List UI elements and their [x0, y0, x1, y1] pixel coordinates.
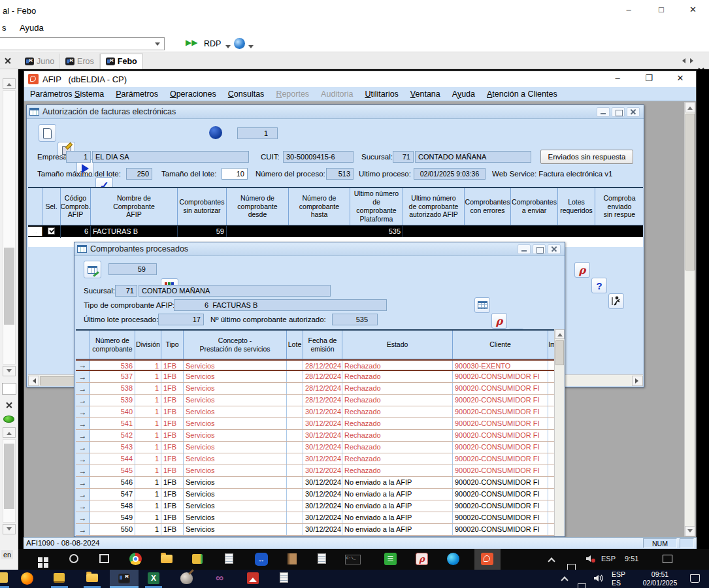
chrome-icon[interactable] — [129, 553, 142, 565]
tray-chevron-icon[interactable] — [548, 557, 555, 564]
active-app-slab[interactable] — [474, 549, 501, 570]
info-icon[interactable] — [209, 126, 222, 139]
task-view-icon[interactable] — [99, 554, 109, 563]
gimp-icon[interactable] — [180, 572, 193, 584]
help-button[interactable] — [591, 278, 607, 293]
rdp-protocol-label[interactable]: RDP — [204, 39, 221, 48]
scrollbar-thumb[interactable] — [555, 340, 564, 365]
lote-max-field[interactable]: 250 — [126, 168, 152, 180]
edge-icon[interactable] — [447, 553, 459, 565]
menu-utilitarios[interactable]: Utilitarios — [359, 88, 404, 100]
scroll-left-button[interactable] — [28, 376, 39, 386]
menu-parámetros-sistema[interactable]: Parámetros Sistema — [24, 88, 110, 100]
search-icon[interactable] — [69, 554, 78, 563]
close-button[interactable] — [548, 244, 561, 254]
cmd-icon[interactable]: C:\_ — [345, 555, 361, 564]
tipo-comprobante-field[interactable]: 6 FACTURAS B — [174, 299, 387, 311]
close-button[interactable] — [627, 107, 640, 117]
menu-operaciones[interactable]: Operaciones — [164, 88, 222, 100]
scrollbar-thumb[interactable] — [685, 114, 695, 270]
rail-input[interactable] — [2, 383, 16, 395]
scroll-up-button[interactable] — [3, 427, 16, 438]
process-counter-field[interactable]: 1 — [237, 127, 278, 139]
table-row[interactable]: 53611FBServicios28/12/2024Rechazado90003… — [76, 359, 554, 371]
table-row[interactable]: 53711FBServicios28/12/2024Rechazado90002… — [76, 371, 554, 383]
empresa-num-field[interactable]: 1 — [66, 151, 91, 163]
tab-febo[interactable]: Febo — [100, 54, 143, 69]
empresa-name-field[interactable]: EL DIA SA — [92, 151, 249, 163]
table-row[interactable]: 55011FBServicios30/12/2024No enviado a l… — [76, 524, 554, 536]
exit-runner-button[interactable] — [608, 293, 624, 309]
new-button[interactable] — [39, 124, 56, 142]
tab-eros[interactable]: Eros — [60, 54, 100, 69]
row-checkbox[interactable] — [48, 227, 55, 235]
notepad-icon[interactable] — [225, 553, 233, 564]
excel-icon[interactable]: X — [148, 572, 159, 584]
host-menu-cut[interactable]: s — [2, 23, 7, 33]
scrollbar-thumb[interactable] — [4, 248, 14, 325]
outlook-icon[interactable] — [0, 572, 8, 583]
connection-combobox[interactable] — [0, 37, 165, 50]
grid-selected-row[interactable]: 6FACTURAS B59535 — [28, 225, 643, 237]
teamviewer-icon[interactable]: ↔ — [255, 553, 268, 566]
file-explorer-icon[interactable] — [86, 574, 98, 582]
cuit-field[interactable]: 30-50009415-6 — [283, 151, 354, 163]
globe-dropdown-icon[interactable] — [248, 45, 254, 51]
mremoteng-active-slab[interactable] — [110, 570, 139, 588]
menu-consultas[interactable]: Consultas — [222, 88, 271, 100]
scroll-down-button[interactable] — [3, 366, 16, 376]
calendar-icon[interactable]: ☰ — [384, 553, 397, 565]
rho-tool-button[interactable] — [574, 262, 590, 278]
minimize-button[interactable] — [518, 244, 531, 254]
scroll-down-button[interactable] — [3, 524, 16, 534]
table-row[interactable]: 54711FBServicios30/12/2024No enviado a l… — [76, 489, 554, 500]
app-box-icon[interactable] — [192, 554, 203, 564]
host-minimize-button[interactable]: – — [616, 0, 642, 20]
tab-scroll-left-icon[interactable] — [680, 58, 685, 63]
panel-close-icon[interactable] — [3, 56, 13, 66]
menu-reportes[interactable]: Reportes — [270, 88, 315, 100]
nro-autorizado-field[interactable]: 535 — [332, 314, 378, 325]
speaker-icon[interactable] — [593, 574, 604, 585]
book-icon[interactable] — [288, 553, 297, 564]
sucursal-name-field[interactable]: CONTADO MAÑANA — [139, 285, 331, 297]
table-row[interactable]: 54011FBServicios30/12/2024Rechazado90002… — [76, 406, 554, 418]
table-row[interactable]: 53811FBServicios28/12/2024Rechazado90002… — [76, 383, 554, 395]
table-row[interactable]: 53911FBServicios28/12/2024Rechazado90002… — [76, 395, 554, 406]
scroll-up-button[interactable] — [555, 329, 565, 339]
action-center-icon[interactable] — [663, 555, 672, 563]
notepad-icon[interactable] — [280, 572, 288, 583]
minimize-button[interactable] — [597, 107, 610, 117]
host-language-indicator[interactable]: ESP ES — [612, 570, 625, 587]
host-close-button[interactable]: ✕ — [678, 0, 708, 20]
tray-chevron-icon[interactable] — [561, 576, 568, 583]
ultimo-lote-field[interactable]: 17 — [158, 314, 204, 325]
rdp-dropdown-icon[interactable] — [225, 45, 231, 51]
speaker-icon[interactable] — [585, 554, 596, 566]
table-row[interactable]: 54811FBServicios30/12/2024No enviado a l… — [76, 500, 554, 512]
ultimo-proceso-field[interactable]: 02/01/2025 9:03:36 — [414, 168, 486, 180]
image-viewer-icon[interactable] — [247, 572, 259, 584]
scroll-right-button[interactable] — [632, 376, 643, 386]
enviados-sin-respuesta-button[interactable]: Enviados sin respuesta — [540, 150, 633, 164]
tab-juno[interactable]: Juno — [20, 54, 60, 69]
admin-tools-icon[interactable] — [54, 573, 65, 583]
scrollbar-track[interactable] — [3, 439, 16, 523]
count-field[interactable]: 59 — [108, 263, 157, 275]
table-row[interactable]: 54111FBServicios30/12/2024Rechazado90002… — [76, 418, 554, 430]
table-row[interactable]: 54911FBServicios30/12/2024No enviado a l… — [76, 512, 554, 524]
grid-vertical-scrollbar[interactable] — [554, 329, 565, 537]
rdp-play-icon[interactable]: ▶▶ — [186, 38, 197, 47]
mdi-vertical-scrollbar[interactable] — [684, 102, 695, 536]
proceso-field[interactable]: 513 — [326, 168, 354, 180]
rail-close-icon[interactable] — [4, 400, 14, 410]
scroll-up-button[interactable] — [685, 102, 695, 112]
afip-maximize-button[interactable]: ❐ — [637, 69, 661, 88]
action-center-icon[interactable] — [690, 574, 700, 583]
scrollbar-track[interactable] — [3, 90, 16, 365]
remote-language-indicator[interactable]: ESP — [601, 555, 616, 563]
table-row[interactable]: 54311FBServicios30/12/2024Rechazado90002… — [76, 442, 554, 453]
menu-ventana[interactable]: Ventana — [404, 88, 446, 100]
menu-parámetros[interactable]: Parámetros — [110, 88, 164, 100]
network-icon[interactable] — [578, 583, 586, 588]
